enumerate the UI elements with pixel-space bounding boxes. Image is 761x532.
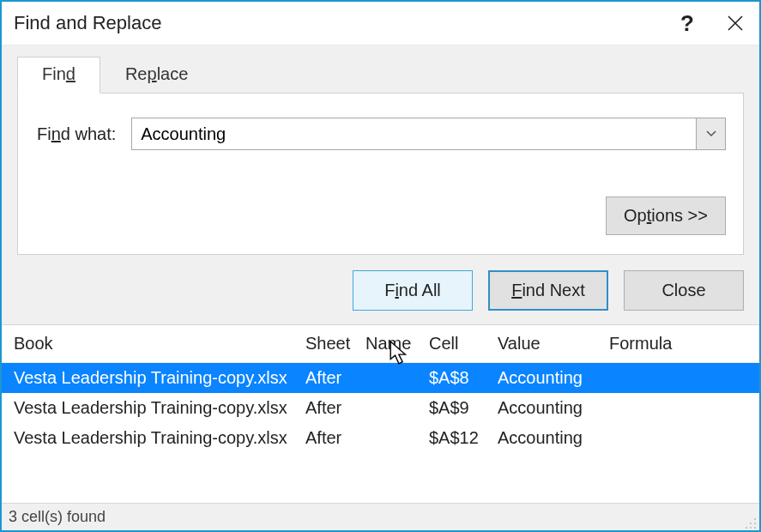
find-replace-dialog: Find and Replace ? Find Replace Find wha… xyxy=(0,0,761,532)
cell-formula xyxy=(604,425,759,451)
action-buttons: Find All Find Next Close xyxy=(17,270,744,311)
help-button[interactable]: ? xyxy=(663,3,711,43)
cell-formula xyxy=(604,395,759,421)
dialog-body-upper: Find Replace Find what: Options >> Find … xyxy=(2,45,759,324)
results-header[interactable]: Book Sheet Name Cell Value Formula xyxy=(2,325,759,363)
status-text: 3 cell(s) found xyxy=(9,508,106,526)
col-sheet[interactable]: Sheet xyxy=(300,330,360,357)
find-next-button[interactable]: Find Next xyxy=(488,270,608,311)
window-title: Find and Replace xyxy=(14,12,663,34)
col-book[interactable]: Book xyxy=(9,330,300,357)
find-what-label: Find what: xyxy=(37,124,116,144)
tab-row: Find Replace xyxy=(17,54,744,94)
cell-sheet: After xyxy=(300,395,360,421)
table-row[interactable]: Vesta Leadership Training-copy.xlsxAfter… xyxy=(2,393,759,423)
close-icon[interactable] xyxy=(711,3,759,43)
col-cell[interactable]: Cell xyxy=(424,330,492,357)
find-all-button[interactable]: Find All xyxy=(353,270,473,311)
cell-value: Accounting xyxy=(492,395,604,421)
close-button[interactable]: Close xyxy=(624,270,744,311)
chevron-down-icon[interactable] xyxy=(696,118,725,149)
cell-sheet: After xyxy=(300,365,360,391)
cell-cell: $A$9 xyxy=(424,395,492,421)
cell-cell: $A$12 xyxy=(424,425,492,451)
titlebar: Find and Replace ? xyxy=(2,2,759,45)
find-what-combo[interactable] xyxy=(131,118,726,150)
cell-book: Vesta Leadership Training-copy.xlsx xyxy=(9,425,300,451)
find-panel: Find what: Options >> xyxy=(17,94,744,255)
cell-formula xyxy=(604,365,759,391)
tab-replace[interactable]: Replace xyxy=(100,57,213,94)
table-row[interactable]: Vesta Leadership Training-copy.xlsxAfter… xyxy=(2,423,759,453)
table-row[interactable]: Vesta Leadership Training-copy.xlsxAfter… xyxy=(2,363,759,393)
col-value[interactable]: Value xyxy=(492,330,604,357)
cell-name xyxy=(360,425,424,451)
options-button[interactable]: Options >> xyxy=(606,196,726,235)
cell-value: Accounting xyxy=(492,365,604,391)
col-name[interactable]: Name xyxy=(360,330,424,357)
cell-book: Vesta Leadership Training-copy.xlsx xyxy=(9,365,300,391)
tab-find[interactable]: Find xyxy=(17,57,100,94)
resize-grip-icon[interactable] xyxy=(740,513,756,529)
find-what-input[interactable] xyxy=(132,118,696,149)
cell-cell: $A$8 xyxy=(424,365,492,391)
cell-book: Vesta Leadership Training-copy.xlsx xyxy=(9,395,300,421)
cell-value: Accounting xyxy=(492,425,604,451)
status-bar: 3 cell(s) found xyxy=(2,503,759,530)
results-panel: Book Sheet Name Cell Value Formula Vesta… xyxy=(2,324,759,503)
cell-name xyxy=(360,395,424,421)
cell-sheet: After xyxy=(300,425,360,451)
cell-name xyxy=(360,365,424,391)
col-formula[interactable]: Formula xyxy=(604,330,759,357)
tab-spacer xyxy=(213,54,744,94)
